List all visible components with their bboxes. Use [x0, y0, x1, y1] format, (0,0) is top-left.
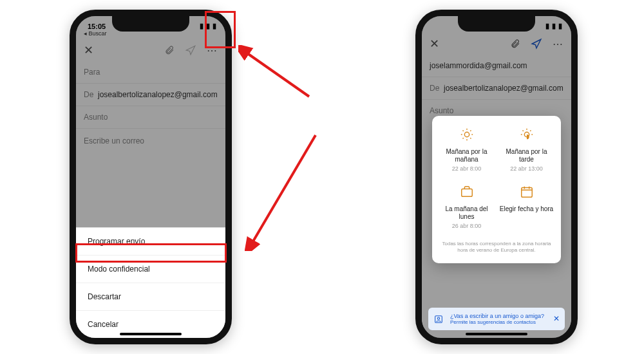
- home-indicator: [466, 333, 527, 335]
- notch: [112, 15, 189, 32]
- banner-close-icon[interactable]: ✕: [553, 314, 560, 323]
- screen-left: 15:05 ▮ ▮ ▮ ◂ Buscar ✕ ⋯ Para De josealb…: [76, 16, 225, 338]
- attach-icon[interactable]: [510, 39, 520, 49]
- status-time: [433, 23, 435, 30]
- timezone-note: Todas las horas corresponden a la zona h…: [439, 241, 554, 254]
- annotation-arrow-top: [238, 45, 316, 103]
- svg-rect-5: [521, 188, 532, 198]
- sheet-item-label: Modo confidencial: [88, 265, 150, 274]
- send-icon[interactable]: [531, 38, 542, 50]
- status-right-icons: ▮ ▮ ▮: [545, 22, 562, 30]
- to-label: Para: [84, 68, 100, 77]
- send-icon[interactable]: [185, 44, 196, 56]
- signal-icon: ▮: [200, 22, 204, 30]
- annotation-box-more: [205, 11, 236, 48]
- more-icon[interactable]: ⋯: [553, 38, 564, 50]
- schedule-option-title: La mañana del lunes: [439, 205, 495, 221]
- schedule-option-title: Elegir fecha y hora: [498, 205, 554, 213]
- sheet-item-label: Cancelar: [88, 320, 118, 329]
- briefcase-icon: [460, 185, 474, 201]
- notch: [458, 15, 535, 32]
- svg-point-7: [437, 317, 439, 319]
- phone-right: ▮ ▮ ▮ ✕ ⋯ joselammordida@gmail.com De jo…: [415, 10, 578, 344]
- from-field[interactable]: De josealbertolizanalopez@gmail.com: [76, 84, 225, 106]
- svg-rect-4: [461, 189, 472, 196]
- schedule-option-monday-morning[interactable]: La mañana del lunes 26 abr 8:00: [439, 185, 495, 229]
- schedule-option-title: Mañana por la mañana: [439, 148, 495, 163]
- banner-subtitle: Permite las sugerencias de contactos: [450, 319, 547, 325]
- body-input[interactable]: Escribe un correo: [76, 129, 225, 153]
- sun-icon: [460, 127, 474, 144]
- from-value: josealbertolizanalopez@gmail.com: [98, 90, 218, 99]
- close-icon[interactable]: ✕: [84, 43, 93, 57]
- to-field[interactable]: Para: [76, 61, 225, 84]
- compose-toolbar: ✕ ⋯: [76, 39, 225, 61]
- svg-line-1: [251, 135, 316, 245]
- status-time: 15:05: [88, 23, 106, 30]
- from-label: De: [84, 90, 93, 99]
- from-value: josealbertolizanalopez@gmail.com: [444, 84, 564, 93]
- banner-title: ¿Vas a escribir a un amigo o amiga?: [450, 313, 547, 319]
- from-label: De: [430, 84, 439, 93]
- subject-label: Asunto: [84, 113, 108, 122]
- schedule-option-pick-date[interactable]: Elegir fecha y hora: [498, 185, 554, 229]
- battery-icon: ▮: [558, 22, 562, 30]
- annotation-box-schedule: [75, 243, 227, 263]
- phone-left: 15:05 ▮ ▮ ▮ ◂ Buscar ✕ ⋯ Para De josealb…: [70, 10, 232, 344]
- schedule-option-tomorrow-morning[interactable]: Mañana por la mañana 22 abr 8:00: [439, 127, 495, 172]
- schedule-option-date: 22 abr 8:00: [439, 165, 495, 172]
- subject-label: Asunto: [430, 106, 453, 115]
- sunset-icon: [520, 127, 534, 144]
- contacts-icon: [433, 314, 444, 327]
- to-value: joselammordida@gmail.com: [430, 61, 527, 70]
- suggestion-banner[interactable]: ¿Vas a escribir a un amigo o amiga? Perm…: [428, 308, 565, 330]
- body-placeholder: Escribe un correo: [84, 136, 144, 145]
- sheet-item-label: Descartar: [88, 292, 121, 301]
- home-indicator: [120, 333, 182, 335]
- svg-point-2: [464, 132, 469, 136]
- from-field[interactable]: De josealbertolizanalopez@gmail.com: [422, 77, 571, 100]
- annotation-arrow-bottom: [245, 129, 322, 251]
- attach-icon[interactable]: [164, 45, 175, 55]
- sheet-item-discard[interactable]: Descartar: [76, 283, 225, 311]
- subject-field[interactable]: Asunto: [76, 106, 225, 129]
- close-icon[interactable]: ✕: [430, 37, 439, 51]
- schedule-option-title: Mañana por la tarde: [498, 148, 554, 163]
- to-field[interactable]: joselammordida@gmail.com: [422, 55, 571, 77]
- schedule-option-tomorrow-afternoon[interactable]: Mañana por la tarde 22 abr 13:00: [498, 127, 554, 172]
- schedule-card: Mañana por la mañana 22 abr 8:00 Mañana …: [432, 116, 561, 263]
- screen-right: ▮ ▮ ▮ ✕ ⋯ joselammordida@gmail.com De jo…: [422, 16, 571, 338]
- signal-icon: ▮: [545, 22, 549, 30]
- wifi-icon: ▮: [552, 22, 556, 30]
- calendar-icon: [520, 185, 534, 201]
- back-search-label: Buscar: [89, 30, 107, 37]
- schedule-option-date: 26 abr 8:00: [439, 223, 495, 229]
- svg-line-0: [245, 51, 309, 97]
- back-search[interactable]: ◂ Buscar: [76, 30, 225, 39]
- compose-toolbar: ✕ ⋯: [422, 30, 571, 55]
- schedule-option-date: 22 abr 13:00: [498, 165, 554, 172]
